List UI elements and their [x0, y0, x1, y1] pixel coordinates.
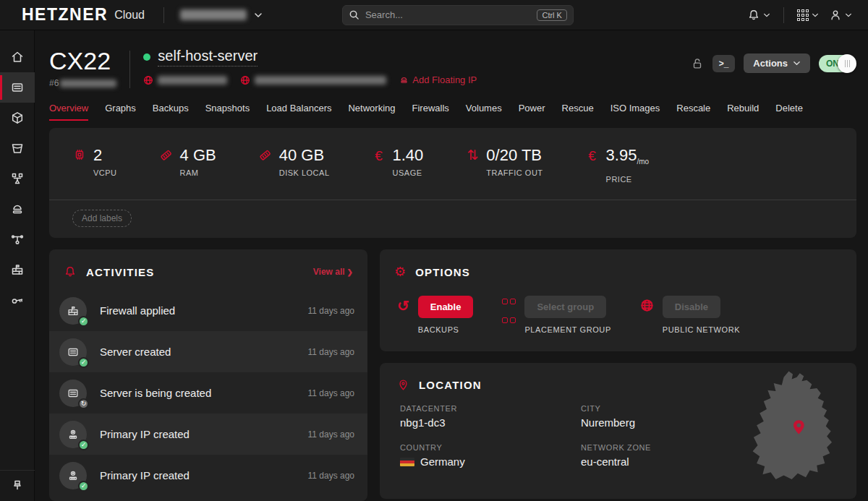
activity-time: 11 days ago — [308, 471, 355, 481]
account-menu[interactable] — [829, 9, 852, 22]
add-labels-button[interactable]: Add labels — [72, 210, 132, 227]
actions-button[interactable]: Actions — [744, 53, 810, 73]
server-id: #6 — [49, 78, 116, 88]
enable-backups-button[interactable]: Enable — [418, 296, 474, 318]
server-id-prefix: #6 — [49, 78, 59, 88]
logo-cloud-label: Cloud — [114, 9, 145, 22]
stat-traffic: ⇅ 0/20 TBTRAFFIC OUT — [465, 147, 542, 184]
add-floating-ip-button[interactable]: Add Floating IP — [399, 74, 477, 85]
stat-label: USAGE — [393, 168, 424, 177]
server-ipv6[interactable] — [240, 75, 386, 85]
tab-networking[interactable]: Networking — [348, 103, 395, 121]
sidebar-item-floating-ips[interactable] — [0, 194, 35, 224]
tab-overview[interactable]: Overview — [49, 103, 88, 121]
location-title: LOCATION — [419, 379, 482, 391]
ram-icon — [156, 145, 176, 165]
euro-icon: € — [588, 148, 596, 184]
tab-backups[interactable]: Backups — [153, 103, 189, 121]
field-value: Nuremberg — [581, 416, 762, 429]
chevron-down-icon[interactable] — [254, 11, 263, 20]
history-icon: ↺ — [397, 299, 409, 334]
sidebar-item-servers[interactable] — [0, 72, 35, 103]
topbar-divider — [783, 7, 784, 23]
view-all-link[interactable]: View all ❯ — [313, 267, 353, 277]
disk-icon — [255, 145, 275, 165]
location-field-network-zone: NETWORK ZONE eu-central — [581, 443, 762, 468]
location-pin-icon — [397, 379, 409, 391]
tab-rescue[interactable]: Rescue — [562, 103, 594, 121]
germany-flag-icon — [400, 458, 414, 466]
console-button[interactable]: >_ — [712, 55, 736, 72]
option-placement-group: Select group PLACEMENT GROUP — [502, 296, 610, 334]
gear-icon: ⚙ — [394, 265, 406, 278]
sidebar-item-volumes[interactable] — [0, 103, 35, 133]
storage-bucket-icon — [10, 141, 25, 155]
sync-icon: ↻ — [78, 398, 89, 409]
activity-time: 11 days ago — [308, 306, 355, 316]
activity-time: 11 days ago — [308, 347, 355, 357]
tab-power[interactable]: Power — [519, 103, 545, 121]
success-check-icon: ✓ — [78, 357, 89, 368]
server-icon — [67, 346, 80, 359]
chevron-down-icon — [763, 12, 770, 19]
sidebar-pin-toggle[interactable] — [0, 470, 35, 501]
sidebar-item-firewalls[interactable] — [0, 254, 35, 285]
header-divider — [129, 51, 130, 88]
activity-text: Primary IP created — [100, 428, 190, 440]
field-label: NETWORK ZONE — [581, 443, 762, 452]
tab-rescale[interactable]: Rescale — [676, 103, 710, 121]
sidebar-item-networks[interactable] — [0, 224, 35, 254]
power-toggle[interactable]: ON — [819, 54, 856, 73]
activity-row[interactable]: ✓ Primary IP created 11 days ago — [49, 414, 367, 455]
tab-delete[interactable]: Delete — [775, 103, 803, 121]
tab-firewalls[interactable]: Firewalls — [412, 103, 449, 121]
search-icon — [349, 9, 359, 20]
sidebar-item-security[interactable] — [0, 285, 35, 315]
activity-row[interactable]: ✓ Primary IP created 11 days ago — [49, 455, 367, 496]
sidebar-item-load-balancers[interactable] — [0, 163, 35, 194]
option-label: BACKUPS — [418, 325, 474, 334]
ipv4-blurred — [158, 76, 227, 85]
success-check-icon: ✓ — [78, 440, 89, 450]
stat-value: 1.40 — [393, 147, 424, 164]
activity-row[interactable]: ✓ Firewall applied 11 days ago — [49, 290, 367, 331]
server-name[interactable]: self-host-server — [158, 48, 258, 67]
tab-volumes[interactable]: Volumes — [466, 103, 502, 121]
activity-row[interactable]: ↻ Server is being created 11 days ago — [49, 372, 367, 414]
unlock-icon[interactable] — [691, 57, 704, 70]
avatar: ✓ — [59, 297, 87, 325]
tab-load-balancers[interactable]: Load Balancers — [266, 103, 331, 121]
tab-iso-images[interactable]: ISO Images — [610, 103, 660, 121]
chevron-right-icon: ❯ — [347, 268, 353, 276]
home-icon — [10, 50, 25, 64]
field-value: nbg1-dc3 — [400, 416, 581, 429]
tab-snapshots[interactable]: Snapshots — [205, 103, 250, 121]
stat-label: DISK LOCAL — [279, 168, 330, 177]
notifications-menu[interactable] — [747, 9, 770, 22]
apps-menu[interactable] — [797, 9, 819, 21]
primary-ip-icon — [67, 428, 80, 441]
sidebar-item-storage[interactable] — [0, 133, 35, 163]
project-selector[interactable] — [180, 9, 247, 20]
disable-public-network-button: Disable — [663, 296, 720, 318]
bell-icon — [64, 265, 77, 278]
hetzner-logo[interactable]: HETZNER — [22, 5, 108, 25]
sidebar-item-home[interactable] — [0, 42, 35, 72]
location-panel: LOCATION DATACENTER nbg1-dc3 CITY Nuremb… — [380, 363, 856, 499]
server-ipv4[interactable] — [143, 75, 227, 85]
chevron-down-icon — [793, 59, 801, 67]
firewall-icon — [67, 304, 80, 317]
field-value: eu-central — [581, 455, 762, 468]
avatar: ✓ — [59, 421, 87, 448]
activity-row[interactable]: ✓ Server created 11 days ago — [49, 331, 367, 372]
option-public-network: Disable PUBLIC NETWORK — [640, 296, 740, 334]
firewall-icon — [10, 262, 25, 277]
tab-graphs[interactable]: Graphs — [105, 103, 136, 121]
server-header: CX22 #6 self-host-server — [49, 48, 856, 88]
euro-icon: € — [375, 148, 383, 184]
floating-ip-icon — [399, 75, 409, 85]
tab-rebuild[interactable]: Rebuild — [727, 103, 759, 121]
select-group-button: Select group — [524, 296, 606, 318]
search-input[interactable]: Search... Ctrl K — [342, 5, 574, 25]
volumes-cube-icon — [10, 111, 25, 125]
